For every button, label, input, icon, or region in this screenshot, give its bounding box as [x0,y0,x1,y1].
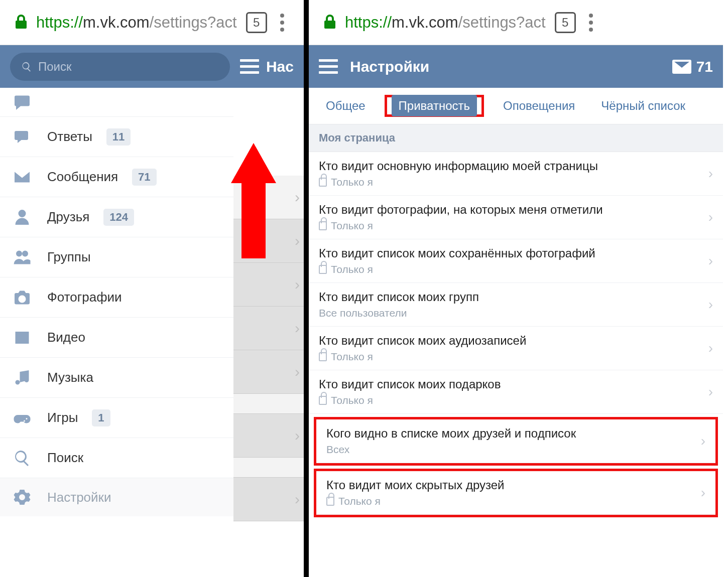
menu-badge: 124 [103,209,134,226]
menu-label: Видео [47,330,85,345]
menu-label: Группы [47,249,91,265]
privacy-row[interactable]: Кто видит моих скрытых друзейТолько я› [316,471,715,515]
row-value: Только я [319,263,701,275]
chevron-right-icon: › [701,433,705,449]
menu-badge: 71 [132,169,156,186]
row-value: Только я [319,176,701,188]
row-title: Кого видно в списке моих друзей и подпис… [326,426,694,441]
lock-icon [319,178,327,187]
sidebar-item-games[interactable]: Игры1 [0,398,233,438]
video-icon [11,327,33,349]
sidebar-item-settings[interactable]: Настройки [0,478,233,516]
lock-icon [319,221,327,230]
app-header: Настройки 71 [309,45,723,88]
privacy-row[interactable]: Кто видит список моих сохранённых фотогр… [309,239,723,283]
header-title: Настройки [350,58,429,75]
sidebar-item-search[interactable]: Поиск [0,438,233,478]
sidebar-item-messages[interactable]: Сообщения71 [0,157,233,197]
tab-notifications[interactable]: Оповещения [496,95,582,117]
sidebar-item-groups[interactable]: Группы [0,237,233,277]
privacy-row[interactable]: Кто видит список моих аудиозаписейТолько… [309,327,723,370]
menu-label: Сообщения [47,169,118,185]
friends-icon [11,206,33,228]
tab-count[interactable]: 5 [555,12,576,33]
chevron-right-icon: › [708,253,713,269]
tab-blacklist[interactable]: Чёрный список [594,95,692,117]
menu-icon[interactable] [585,14,597,32]
games-icon [11,407,33,429]
menu-badge: 11 [106,128,131,146]
chevron-right-icon: › [708,384,713,400]
menu-label: Друзья [47,209,89,225]
chevron-right-icon: › [701,485,705,501]
lock-icon [324,15,336,31]
menu-icon[interactable] [276,14,288,32]
sidebar-menu: Ответы11Сообщения71Друзья124ГруппыФотогр… [0,88,233,516]
chevron-right-icon: › [708,209,713,225]
groups-icon [11,246,33,268]
lock-icon [15,15,27,31]
sidebar-item-partial[interactable] [0,88,233,117]
header-title-partial: Нас [266,58,294,75]
tab-general[interactable]: Общее [319,95,373,117]
app-header: Поиск Нас [0,45,304,88]
lock-icon [326,497,334,506]
menu-label: Поиск [47,450,83,466]
chevron-right-icon: › [708,340,713,356]
privacy-row[interactable]: Кто видит список моих подарковТолько я› [309,370,723,414]
chevron-right-icon: › [708,297,713,313]
row-title: Кто видит список моих аудиозаписей [319,334,701,348]
row-value: Всех [326,444,694,456]
lock-icon [319,352,327,361]
settings-label: Настройки [47,490,111,505]
sidebar-item-friends[interactable]: Друзья124 [0,197,233,237]
chat-icon [11,91,33,113]
hamburger-icon[interactable] [240,59,259,74]
menu-label: Игры [47,410,78,425]
url-text: https://m.vk.com/settings?act [36,14,237,32]
mail-count: 71 [696,58,713,75]
red-highlight-row: Кого видно в списке моих друзей и подпис… [314,417,718,466]
url-text: https://m.vk.com/settings?act [345,14,546,32]
mail-icon [672,60,691,74]
menu-label: Ответы [47,129,92,145]
music-icon [11,367,33,389]
address-bar[interactable]: https://m.vk.com/settings?act 5 [309,0,723,45]
privacy-row[interactable]: Кто видит фотографии, на которых меня от… [309,196,723,239]
gear-icon [11,486,33,508]
lock-icon [319,396,327,405]
red-highlight-row: Кто видит моих скрытых друзейТолько я› [314,469,718,517]
chevron-right-icon: › [708,166,713,182]
messages-icon [11,166,33,188]
search-input[interactable]: Поиск [10,53,230,81]
row-title: Кто видит моих скрытых друзей [326,478,694,492]
row-value: Все пользователи [319,307,701,319]
privacy-row[interactable]: Кого видно в списке моих друзей и подпис… [316,419,715,463]
privacy-row[interactable]: Кто видит основную информацию моей стран… [309,152,723,196]
section-header: Моя страница [309,124,723,152]
sidebar-item-video[interactable]: Видео [0,318,233,358]
tab-privacy[interactable]: Приватность [392,95,477,116]
hamburger-icon[interactable] [319,59,338,74]
row-value: Только я [319,394,701,406]
replies-icon [11,126,33,148]
row-value: Только я [326,495,694,507]
red-highlight-privacy: Приватность [385,95,484,117]
menu-label: Музыка [47,370,93,385]
address-bar[interactable]: https://m.vk.com/settings?act 5 [0,0,304,45]
search-icon [11,447,33,469]
sidebar-item-photos[interactable]: Фотографии [0,277,233,318]
search-placeholder: Поиск [38,60,72,74]
menu-badge: 1 [92,409,110,426]
sidebar-item-replies[interactable]: Ответы11 [0,117,233,157]
mail-badge[interactable]: 71 [672,58,713,75]
sidebar-item-music[interactable]: Музыка [0,358,233,398]
red-arrow-annotation [231,143,276,258]
row-title: Кто видит список моих подарков [319,377,701,391]
row-title: Кто видит фотографии, на которых меня от… [319,203,701,217]
photos-icon [11,286,33,309]
tab-count[interactable]: 5 [246,12,267,33]
row-title: Кто видит основную информацию моей стран… [319,159,701,173]
settings-tabs: Общее Приватность Оповещения Чёрный спис… [309,88,723,124]
privacy-row[interactable]: Кто видит список моих группВсе пользоват… [309,283,723,327]
